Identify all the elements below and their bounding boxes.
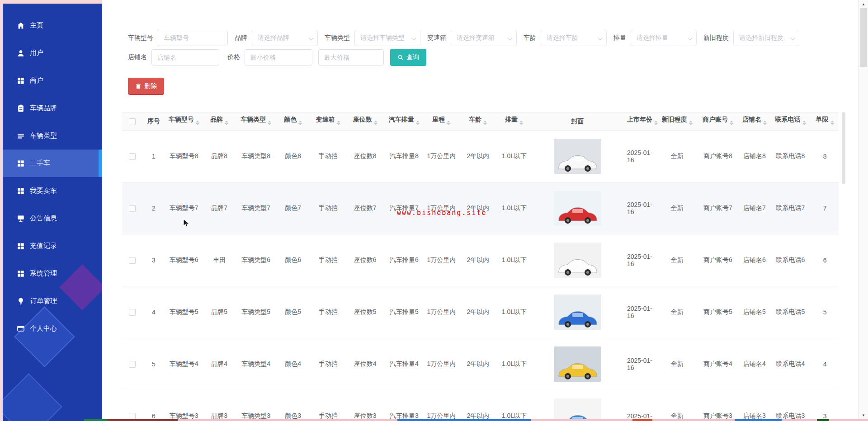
sort-caret-icon[interactable] [730,119,733,127]
column-header-merchant[interactable]: 商户账号 [697,112,739,131]
column-header-model[interactable]: 车辆型号 [165,112,203,131]
shop-name-input[interactable] [151,49,219,65]
table-scrollbar-thumb[interactable] [842,112,845,184]
column-header-age[interactable]: 车龄 [458,112,497,131]
column-header-seats[interactable]: 座位数 [346,112,384,131]
column-header-year[interactable]: 上市年份 [624,112,658,131]
cover-image[interactable] [554,191,601,226]
sidebar-item-4[interactable]: 车辆类型 [3,122,102,150]
filter-bar: 车辆型号品牌请选择品牌车辆类型请选择车辆类型变速箱请选择变速箱车龄请选择车龄排量… [102,0,858,66]
cell-volume: 1.0L以下 [502,360,527,367]
sort-caret-icon[interactable] [196,119,199,127]
sidebar-item-5[interactable]: 二手车 [3,150,102,177]
cell-num: 1 [152,153,156,160]
sidebar: 主页用户商户车辆品牌车辆类型二手车我要卖车公告信息充值记录系统管理订单管理个人中… [3,4,102,421]
sidebar-item-6[interactable]: 我要卖车 [3,177,102,205]
sort-caret-icon[interactable] [225,119,228,127]
sort-caret-icon[interactable] [416,119,420,127]
row-checkbox[interactable] [129,309,136,316]
filter-select-6[interactable]: 请选择新旧程度 [733,30,799,46]
table-row[interactable]: 6车辆型号3品牌3车辆类型3颜色3手动挡座位数3汽车排量31万公里内2年以内1.… [122,390,839,421]
sort-caret-icon[interactable] [519,119,523,127]
cell-gearbox: 手动挡 [319,308,338,315]
column-header-displacement[interactable]: 汽车排量 [384,112,424,131]
sidebar-item-9[interactable]: 系统管理 [3,260,102,287]
grid-icon [16,76,25,85]
cell-displacement: 汽车排量6 [390,256,419,263]
table-row[interactable]: 5车辆型号4品牌4车辆类型4颜色4手动挡座位数4汽车排量41万公里内2年以内1.… [122,338,839,390]
table-header-row: 序号车辆型号品牌车辆类型颜色变速箱座位数汽车排量里程车龄排量封面上市年份新旧程度… [122,112,839,131]
filter-select-4[interactable]: 请选择车龄 [541,30,607,46]
filter-select-2[interactable]: 请选择车辆类型 [354,30,420,46]
cell-merchant: 商户账号3 [703,412,732,419]
column-header-phone[interactable]: 联系电话 [770,112,811,131]
sidebar-item-11[interactable]: 个人中心 [3,315,102,342]
chevron-down-icon [598,36,602,40]
cell-num: 6 [152,412,156,420]
delete-button[interactable]: 删除 [128,78,164,95]
column-header-gearbox[interactable]: 变速箱 [310,112,346,131]
column-header-type[interactable]: 车辆类型 [236,112,276,131]
price-label: 价格 [227,53,240,61]
cover-image[interactable] [554,398,601,421]
sort-caret-icon[interactable] [298,119,302,127]
column-header-brand[interactable]: 品牌 [203,112,236,131]
cell-age: 2年以内 [467,360,489,367]
filter-select-1[interactable]: 请选择品牌 [252,30,318,46]
sort-caret-icon[interactable] [802,119,806,127]
model-filter-input[interactable] [158,30,228,46]
sidebar-item-10[interactable]: 订单管理 [3,287,102,315]
sort-caret-icon[interactable] [830,119,834,127]
sidebar-item-7[interactable]: 公告信息 [3,205,102,232]
max-price-input[interactable] [318,49,384,65]
column-header-mileage[interactable]: 里程 [424,112,458,131]
sort-caret-icon[interactable] [689,119,693,127]
cell-volume: 1.0L以下 [502,412,527,419]
row-checkbox[interactable] [129,153,136,160]
sidebar-item-8[interactable]: 充值记录 [3,232,102,260]
row-checkbox[interactable] [129,205,136,212]
cell-phone: 联系电话4 [776,360,805,367]
cell-color: 颜色4 [285,360,301,367]
sort-caret-icon[interactable] [654,119,658,127]
search-button[interactable]: 查询 [390,49,426,66]
cover-image[interactable] [554,346,601,382]
sort-caret-icon[interactable] [268,119,271,127]
scroll-down-arrow-icon[interactable]: ▼ [859,412,868,418]
row-checkbox[interactable] [129,257,136,264]
sidebar-item-0[interactable]: 主页 [3,12,102,39]
sort-caret-icon[interactable] [483,119,487,127]
row-checkbox[interactable] [129,361,136,368]
cell-shop: 店铺名7 [743,204,766,211]
cell-gearbox: 手动挡 [319,412,338,419]
sort-caret-icon[interactable] [447,119,450,127]
scroll-up-arrow-icon[interactable]: ▲ [859,1,868,7]
sidebar-item-1[interactable]: 用户 [3,39,102,67]
min-price-input[interactable] [245,49,312,65]
column-header-shop[interactable]: 店铺名 [739,112,770,131]
filter-row-1: 车辆型号品牌请选择品牌车辆类型请选择车辆类型变速箱请选择变速箱车龄请选择车龄排量… [128,30,858,46]
column-header-price[interactable]: 单限 [811,112,839,131]
table-row[interactable]: 3车辆型号6丰田车辆类型6颜色6手动挡座位数6汽车排量61万公里内2年以内1.0… [122,234,839,286]
sidebar-item-3[interactable]: 车辆品牌 [3,94,102,122]
cover-image[interactable] [554,139,601,174]
sort-caret-icon[interactable] [374,119,377,127]
table-row[interactable]: 2车辆型号7品牌7车辆类型7颜色7手动挡座位数7汽车排量71万公里内2年以内1.… [122,182,839,234]
cell-brand: 品牌7 [211,204,227,211]
table-row[interactable]: 1车辆型号8品牌8车辆类型8颜色8手动挡座位数8汽车排量81万公里内2年以内1.… [122,131,839,182]
cell-seats: 座位数6 [354,256,377,263]
cover-image[interactable] [554,295,601,330]
table-row[interactable]: 4车辆型号5品牌5车辆类型5颜色5手动挡座位数5汽车排量51万公里内2年以内1.… [122,286,839,338]
column-header-color[interactable]: 颜色 [276,112,310,131]
sidebar-item-2[interactable]: 商户 [3,67,102,94]
cover-image[interactable] [554,243,601,278]
column-header-volume[interactable]: 排量 [497,112,531,131]
select-all-checkbox[interactable] [129,118,136,125]
column-header-condition[interactable]: 新旧程度 [658,112,697,131]
page-scrollbar[interactable]: ▲ ▼ [858,0,868,421]
filter-select-3[interactable]: 请选择变速箱 [451,30,517,46]
sort-caret-icon[interactable] [763,119,767,127]
sort-caret-icon[interactable] [337,119,340,127]
filter-select-5[interactable]: 请选择排量 [631,30,697,46]
page-scrollbar-thumb[interactable] [860,8,867,67]
